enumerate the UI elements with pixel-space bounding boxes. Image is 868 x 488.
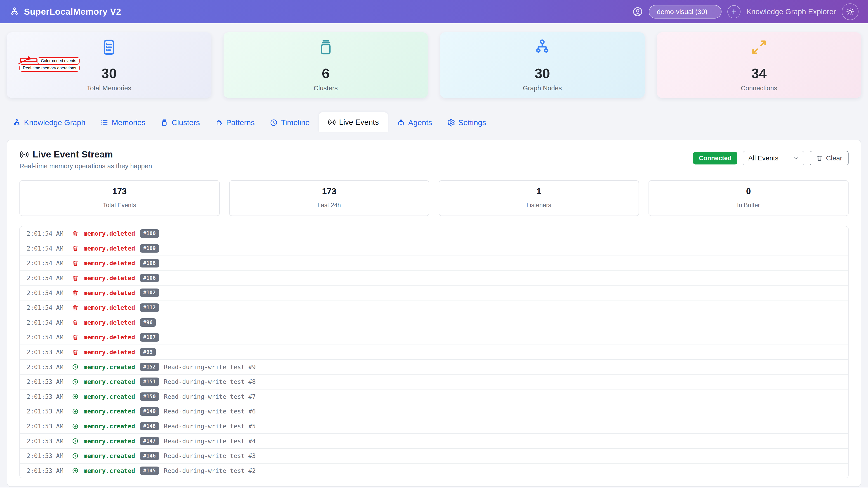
event-id-badge: #147 <box>140 437 159 445</box>
event-id-badge: #96 <box>140 318 156 327</box>
circle-plus-icon <box>72 363 79 370</box>
event-row: 2:01:53 AM memory.deleted #93 <box>20 345 848 360</box>
event-type: memory.created <box>84 378 135 385</box>
event-stat-value: 173 <box>112 187 127 196</box>
event-message: Read-during-write test #8 <box>164 378 256 385</box>
trash-icon <box>72 349 79 356</box>
event-id-badge: #150 <box>140 392 159 401</box>
event-type: memory.deleted <box>84 334 135 341</box>
jar-icon <box>317 38 335 56</box>
header-left: SuperLocalMemory V2 <box>9 7 121 17</box>
stat-card-value: 6 <box>322 67 330 80</box>
event-stat-label: Last 24h <box>317 202 341 209</box>
stat-card-value: 34 <box>751 67 767 80</box>
theme-toggle-button[interactable] <box>842 3 859 20</box>
event-id-badge: #109 <box>140 244 159 253</box>
stat-card: 34 Connections <box>657 32 862 98</box>
event-time: 2:01:53 AM <box>27 378 67 385</box>
event-time: 2:01:53 AM <box>27 437 67 445</box>
event-row: 2:01:53 AM memory.created #145 Read-duri… <box>20 464 848 478</box>
trash-icon <box>72 289 79 296</box>
tab-label: Clusters <box>172 118 200 127</box>
panel-controls: Connected All Events Clear <box>693 151 848 165</box>
trash-icon <box>72 275 79 282</box>
event-row: 2:01:53 AM memory.created #152 Read-duri… <box>20 360 848 375</box>
stat-card: 30 Graph Nodes <box>440 32 645 98</box>
network-icon <box>13 119 21 127</box>
stat-card-value: 30 <box>101 67 117 80</box>
event-row: 2:01:54 AM memory.deleted #109 <box>20 241 848 256</box>
tab-label: Live Events <box>339 118 379 127</box>
event-filter-select[interactable]: All Events <box>743 151 804 165</box>
event-time: 2:01:54 AM <box>27 319 67 326</box>
event-id-badge: #106 <box>140 274 159 283</box>
tab[interactable]: Patterns <box>209 113 260 132</box>
event-time: 2:01:53 AM <box>27 423 67 430</box>
event-type: memory.deleted <box>84 260 135 267</box>
event-time: 2:01:53 AM <box>27 349 67 356</box>
event-type: memory.deleted <box>84 289 135 296</box>
tab[interactable]: Timeline <box>264 113 315 132</box>
event-type: memory.deleted <box>84 349 135 356</box>
event-row: 2:01:53 AM memory.created #151 Read-duri… <box>20 375 848 390</box>
clock-icon <box>270 119 278 127</box>
event-row: 2:01:54 AM memory.deleted #102 <box>20 286 848 300</box>
stat-card-value: 30 <box>535 67 550 80</box>
circle-plus-icon <box>72 467 79 474</box>
event-list: 2:01:54 AM memory.deleted #100 2:01:54 A… <box>20 226 848 478</box>
event-message: Read-during-write test #3 <box>164 452 256 459</box>
puzzle-icon <box>215 119 223 127</box>
clear-button-label: Clear <box>826 154 842 162</box>
event-row: 2:01:53 AM memory.created #148 Read-duri… <box>20 419 848 434</box>
event-stat-card: 0 In Buffer <box>649 180 849 216</box>
clear-button[interactable]: Clear <box>810 151 848 165</box>
event-id-badge: #148 <box>140 422 159 431</box>
event-type: memory.created <box>84 393 135 400</box>
tab[interactable]: Knowledge Graph <box>7 113 91 132</box>
event-id-badge: #112 <box>140 303 159 312</box>
tab-label: Knowledge Graph <box>24 118 86 127</box>
tab[interactable]: Clusters <box>154 113 206 132</box>
tab-label: Timeline <box>281 118 310 127</box>
network-logo-icon <box>9 7 20 17</box>
expand-arrows-icon <box>750 38 768 56</box>
event-stat-label: In Buffer <box>737 202 760 209</box>
panel-title: Live Event Stream <box>33 149 113 160</box>
tab[interactable]: Live Events <box>319 112 388 132</box>
tab[interactable]: Agents <box>391 113 438 132</box>
event-id-badge: #146 <box>140 452 159 460</box>
robot-icon <box>397 119 405 127</box>
event-row: 2:01:53 AM memory.created #149 Read-duri… <box>20 404 848 419</box>
event-type: memory.created <box>84 437 135 445</box>
tab[interactable]: Memories <box>94 113 151 132</box>
event-time: 2:01:53 AM <box>27 363 67 370</box>
event-stat-value: 0 <box>746 187 751 196</box>
event-stat-label: Total Events <box>103 202 136 209</box>
circle-plus-icon <box>72 423 79 430</box>
event-time: 2:01:53 AM <box>27 408 67 415</box>
list-icon <box>100 119 108 127</box>
event-id-badge: #151 <box>140 378 159 386</box>
event-type: memory.deleted <box>84 230 135 237</box>
event-message: Read-during-write test #9 <box>164 363 256 370</box>
sun-icon <box>846 8 854 16</box>
event-id-badge: #102 <box>140 289 159 297</box>
circle-plus-icon <box>72 437 79 445</box>
app-header: SuperLocalMemory V2 demo-visual (30) + K… <box>0 0 868 23</box>
event-type: memory.deleted <box>84 274 135 282</box>
event-time: 2:01:54 AM <box>27 304 67 311</box>
event-id-badge: #145 <box>140 466 159 475</box>
event-stat-card: 1 Listeners <box>439 180 639 216</box>
gear-icon <box>447 119 455 127</box>
header-right: demo-visual (30) + Knowledge Graph Explo… <box>632 3 859 20</box>
workspace-select[interactable]: demo-visual (30) <box>649 5 721 19</box>
add-workspace-button[interactable]: + <box>727 5 741 18</box>
event-id-badge: #107 <box>140 333 159 341</box>
stat-card-label: Clusters <box>314 85 338 92</box>
event-row: 2:01:53 AM memory.created #146 Read-duri… <box>20 449 848 464</box>
tab[interactable]: Settings <box>441 113 492 132</box>
event-time: 2:01:53 AM <box>27 452 67 459</box>
event-id-badge: #93 <box>140 348 156 357</box>
event-stat-label: Listeners <box>526 202 551 209</box>
trash-icon <box>72 319 79 326</box>
